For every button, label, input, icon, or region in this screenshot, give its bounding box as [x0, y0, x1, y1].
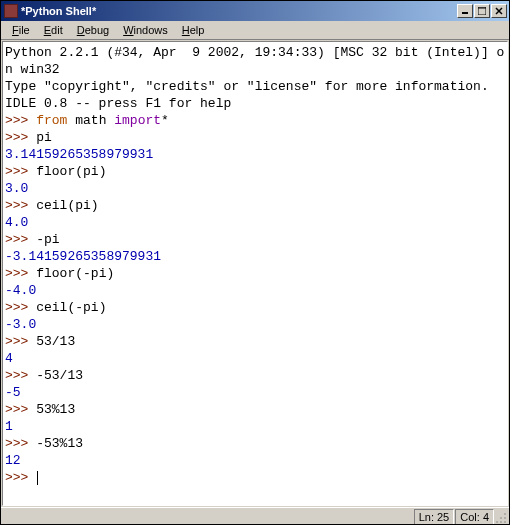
svg-point-7 — [500, 517, 502, 519]
svg-point-9 — [500, 521, 502, 523]
svg-point-8 — [504, 521, 506, 523]
shell-output[interactable]: Python 2.2.1 (#34, Apr 9 2002, 19:34:33)… — [2, 41, 508, 506]
status-col: Col: 4 — [455, 509, 494, 526]
window-title: *Python Shell* — [21, 5, 457, 17]
menu-edit[interactable]: Edit — [37, 22, 70, 38]
svg-point-5 — [504, 513, 506, 515]
close-button[interactable] — [491, 4, 507, 18]
maximize-button[interactable] — [474, 4, 490, 18]
menu-help[interactable]: Help — [175, 22, 212, 38]
status-line: Ln: 25 — [414, 509, 455, 526]
menu-file[interactable]: File — [5, 22, 37, 38]
resize-grip[interactable] — [495, 509, 509, 526]
minimize-button[interactable] — [457, 4, 473, 18]
menu-windows[interactable]: Windows — [116, 22, 175, 38]
app-icon — [4, 4, 18, 18]
svg-point-10 — [496, 521, 498, 523]
menu-debug[interactable]: Debug — [70, 22, 116, 38]
statusbar: Ln: 25 Col: 4 — [1, 507, 509, 525]
window-buttons — [457, 4, 507, 18]
svg-point-6 — [504, 517, 506, 519]
cursor — [37, 471, 38, 485]
menubar: File Edit Debug Windows Help — [1, 21, 509, 40]
titlebar: *Python Shell* — [1, 1, 509, 21]
